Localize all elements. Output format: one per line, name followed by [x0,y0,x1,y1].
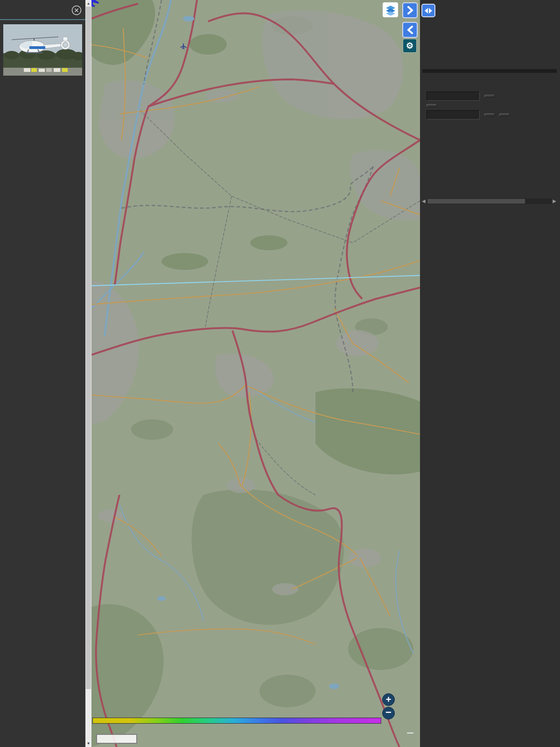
close-icon[interactable] [71,5,82,16]
altitude-colorbar [92,718,381,724]
aircraft-detail-sidebar [0,0,85,747]
expand-right-button[interactable] [402,2,418,18]
jump-button[interactable] [484,113,495,116]
collapse-left-button[interactable] [402,22,418,38]
panel-resize-button[interactable] [421,4,435,17]
panel-tabs [422,69,557,73]
left-right-arrows-icon [425,8,432,14]
layers-icon [385,4,396,15]
scroll-up-icon[interactable]: ▲ [85,1,91,6]
scroll-left-icon[interactable]: ◀ [422,198,426,204]
scroll-down-icon[interactable]: ▼ [85,741,91,746]
layers-button[interactable] [383,2,398,17]
map-canvas[interactable]: ⚙ + − [91,0,420,747]
gear-icon: ⚙ [406,41,413,51]
search-input[interactable] [427,92,480,101]
clear-search-button[interactable] [427,104,437,107]
search-block [427,90,555,123]
search-button[interactable] [484,95,495,98]
map-scale-bar [96,734,137,744]
chevron-left-icon [406,26,414,34]
scroll-right-icon[interactable]: ▶ [553,198,556,204]
photo-fence [3,68,82,76]
aircraft-photo[interactable] [3,24,82,76]
jump-clear-button[interactable] [499,113,510,116]
zoom-out-button[interactable]: − [382,707,395,719]
divider [0,19,85,20]
table-horizontal-scrollbar[interactable]: ◀ ▶ [422,198,556,204]
sidebar-scrollbar[interactable]: ▲ ▼ [85,0,91,747]
right-panel: ◀ ▶ [420,0,560,747]
jump-input[interactable] [427,110,480,120]
tar1090-app: ▲ ▼ [0,0,560,747]
stats-available [427,30,555,37]
hscroll-thumb[interactable] [427,199,525,204]
map-attribution [407,733,413,733]
chevron-right-icon [406,6,414,14]
settings-button[interactable]: ⚙ [403,39,416,52]
stats-block [427,21,555,37]
zoom-in-button[interactable]: + [382,693,395,706]
scrollbar-thumb[interactable] [86,7,91,689]
